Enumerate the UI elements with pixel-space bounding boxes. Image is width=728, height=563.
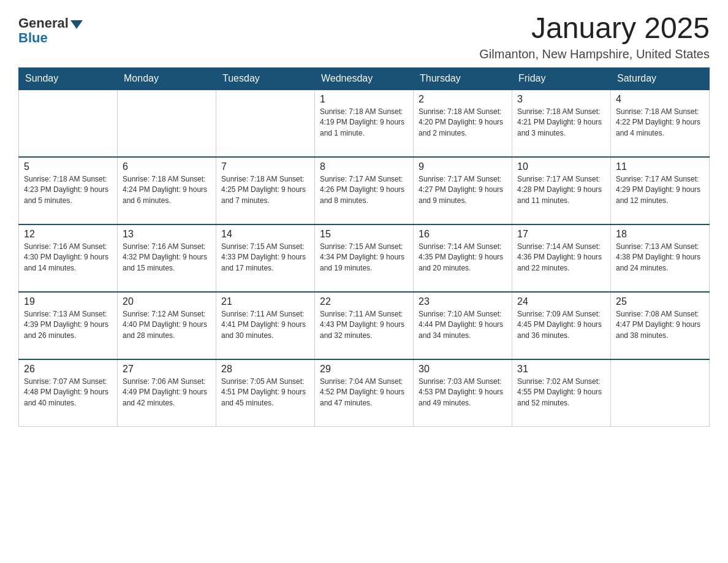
day-number: 24 (517, 296, 605, 307)
calendar-cell (216, 90, 315, 157)
day-info: Sunrise: 7:13 AM Sunset: 4:39 PM Dayligh… (24, 309, 112, 341)
title-block: January 2025 Gilmanton, New Hampshire, U… (479, 12, 710, 61)
week-row-1: 1Sunrise: 7:18 AM Sunset: 4:19 PM Daylig… (19, 90, 710, 157)
day-info: Sunrise: 7:17 AM Sunset: 4:26 PM Dayligh… (320, 174, 408, 206)
day-info: Sunrise: 7:02 AM Sunset: 4:55 PM Dayligh… (517, 377, 605, 408)
day-info: Sunrise: 7:15 AM Sunset: 4:34 PM Dayligh… (320, 242, 408, 274)
calendar-cell: 7Sunrise: 7:18 AM Sunset: 4:25 PM Daylig… (216, 157, 315, 224)
day-info: Sunrise: 7:08 AM Sunset: 4:47 PM Dayligh… (616, 309, 704, 341)
day-number: 2 (419, 94, 507, 105)
day-info: Sunrise: 7:06 AM Sunset: 4:49 PM Dayligh… (123, 377, 211, 408)
calendar-cell: 14Sunrise: 7:15 AM Sunset: 4:33 PM Dayli… (216, 224, 315, 292)
day-number: 12 (24, 229, 112, 240)
weekday-header-thursday: Thursday (414, 67, 512, 90)
day-number: 20 (123, 296, 211, 307)
day-number: 3 (517, 94, 605, 105)
calendar-cell: 15Sunrise: 7:15 AM Sunset: 4:34 PM Dayli… (315, 224, 414, 292)
calendar-cell: 23Sunrise: 7:10 AM Sunset: 4:44 PM Dayli… (414, 292, 512, 359)
weekday-header-row: SundayMondayTuesdayWednesdayThursdayFrid… (19, 67, 710, 90)
day-number: 4 (616, 94, 704, 105)
weekday-header-sunday: Sunday (19, 67, 118, 90)
day-number: 21 (221, 296, 309, 307)
day-info: Sunrise: 7:18 AM Sunset: 4:21 PM Dayligh… (517, 107, 605, 139)
day-number: 31 (517, 364, 605, 375)
calendar-cell: 22Sunrise: 7:11 AM Sunset: 4:43 PM Dayli… (315, 292, 414, 359)
calendar-cell: 16Sunrise: 7:14 AM Sunset: 4:35 PM Dayli… (414, 224, 512, 292)
week-row-4: 19Sunrise: 7:13 AM Sunset: 4:39 PM Dayli… (19, 292, 710, 359)
calendar-cell: 2Sunrise: 7:18 AM Sunset: 4:20 PM Daylig… (414, 90, 512, 157)
day-number: 7 (221, 161, 309, 172)
day-info: Sunrise: 7:18 AM Sunset: 4:23 PM Dayligh… (24, 174, 112, 206)
day-info: Sunrise: 7:04 AM Sunset: 4:52 PM Dayligh… (320, 377, 408, 408)
location-title: Gilmanton, New Hampshire, United States (479, 47, 710, 61)
day-number: 10 (517, 161, 605, 172)
day-info: Sunrise: 7:16 AM Sunset: 4:30 PM Dayligh… (24, 242, 112, 274)
day-info: Sunrise: 7:13 AM Sunset: 4:38 PM Dayligh… (616, 242, 704, 274)
day-info: Sunrise: 7:15 AM Sunset: 4:33 PM Dayligh… (221, 242, 309, 274)
day-info: Sunrise: 7:14 AM Sunset: 4:35 PM Dayligh… (419, 242, 507, 274)
day-number: 8 (320, 161, 408, 172)
week-row-2: 5Sunrise: 7:18 AM Sunset: 4:23 PM Daylig… (19, 157, 710, 224)
day-number: 19 (24, 296, 112, 307)
month-title: January 2025 (479, 12, 710, 45)
day-number: 18 (616, 229, 704, 240)
day-info: Sunrise: 7:18 AM Sunset: 4:19 PM Dayligh… (320, 107, 408, 139)
logo-general-text: General (18, 15, 69, 31)
day-number: 30 (419, 364, 507, 375)
day-info: Sunrise: 7:17 AM Sunset: 4:27 PM Dayligh… (419, 174, 507, 206)
day-info: Sunrise: 7:18 AM Sunset: 4:22 PM Dayligh… (616, 107, 704, 139)
calendar-cell: 28Sunrise: 7:05 AM Sunset: 4:51 PM Dayli… (216, 359, 315, 427)
day-number: 17 (517, 229, 605, 240)
day-number: 5 (24, 161, 112, 172)
day-info: Sunrise: 7:16 AM Sunset: 4:32 PM Dayligh… (123, 242, 211, 274)
day-info: Sunrise: 7:03 AM Sunset: 4:53 PM Dayligh… (419, 377, 507, 408)
day-number: 28 (221, 364, 309, 375)
calendar-cell: 12Sunrise: 7:16 AM Sunset: 4:30 PM Dayli… (19, 224, 118, 292)
calendar-cell: 31Sunrise: 7:02 AM Sunset: 4:55 PM Dayli… (512, 359, 611, 427)
week-row-3: 12Sunrise: 7:16 AM Sunset: 4:30 PM Dayli… (19, 224, 710, 292)
day-info: Sunrise: 7:14 AM Sunset: 4:36 PM Dayligh… (517, 242, 605, 274)
day-info: Sunrise: 7:18 AM Sunset: 4:20 PM Dayligh… (419, 107, 507, 139)
calendar-cell: 4Sunrise: 7:18 AM Sunset: 4:22 PM Daylig… (611, 90, 710, 157)
calendar-cell: 13Sunrise: 7:16 AM Sunset: 4:32 PM Dayli… (118, 224, 216, 292)
calendar-cell (118, 90, 216, 157)
page-header: General Blue January 2025 Gilmanton, New… (18, 12, 710, 61)
day-info: Sunrise: 7:12 AM Sunset: 4:40 PM Dayligh… (123, 309, 211, 341)
day-info: Sunrise: 7:07 AM Sunset: 4:48 PM Dayligh… (24, 377, 112, 408)
day-number: 22 (320, 296, 408, 307)
calendar-cell: 21Sunrise: 7:11 AM Sunset: 4:41 PM Dayli… (216, 292, 315, 359)
day-number: 13 (123, 229, 211, 240)
day-info: Sunrise: 7:18 AM Sunset: 4:25 PM Dayligh… (221, 174, 309, 206)
day-info: Sunrise: 7:11 AM Sunset: 4:43 PM Dayligh… (320, 309, 408, 341)
calendar-cell: 6Sunrise: 7:18 AM Sunset: 4:24 PM Daylig… (118, 157, 216, 224)
calendar-cell: 19Sunrise: 7:13 AM Sunset: 4:39 PM Dayli… (19, 292, 118, 359)
calendar-cell: 10Sunrise: 7:17 AM Sunset: 4:28 PM Dayli… (512, 157, 611, 224)
calendar-cell: 29Sunrise: 7:04 AM Sunset: 4:52 PM Dayli… (315, 359, 414, 427)
logo-blue-text: Blue (18, 30, 48, 46)
day-number: 29 (320, 364, 408, 375)
day-number: 9 (419, 161, 507, 172)
day-number: 26 (24, 364, 112, 375)
calendar-cell: 30Sunrise: 7:03 AM Sunset: 4:53 PM Dayli… (414, 359, 512, 427)
day-info: Sunrise: 7:11 AM Sunset: 4:41 PM Dayligh… (221, 309, 309, 341)
day-number: 1 (320, 94, 408, 105)
day-info: Sunrise: 7:09 AM Sunset: 4:45 PM Dayligh… (517, 309, 605, 341)
day-number: 6 (123, 161, 211, 172)
day-number: 15 (320, 229, 408, 240)
day-number: 11 (616, 161, 704, 172)
weekday-header-friday: Friday (512, 67, 611, 90)
calendar-cell: 24Sunrise: 7:09 AM Sunset: 4:45 PM Dayli… (512, 292, 611, 359)
day-number: 14 (221, 229, 309, 240)
weekday-header-tuesday: Tuesday (216, 67, 315, 90)
day-number: 25 (616, 296, 704, 307)
calendar-cell: 11Sunrise: 7:17 AM Sunset: 4:29 PM Dayli… (611, 157, 710, 224)
calendar-cell: 25Sunrise: 7:08 AM Sunset: 4:47 PM Dayli… (611, 292, 710, 359)
calendar-cell: 26Sunrise: 7:07 AM Sunset: 4:48 PM Dayli… (19, 359, 118, 427)
day-number: 27 (123, 364, 211, 375)
calendar-cell: 8Sunrise: 7:17 AM Sunset: 4:26 PM Daylig… (315, 157, 414, 224)
calendar-cell: 1Sunrise: 7:18 AM Sunset: 4:19 PM Daylig… (315, 90, 414, 157)
weekday-header-wednesday: Wednesday (315, 67, 414, 90)
calendar-cell (19, 90, 118, 157)
day-number: 16 (419, 229, 507, 240)
calendar-cell: 18Sunrise: 7:13 AM Sunset: 4:38 PM Dayli… (611, 224, 710, 292)
